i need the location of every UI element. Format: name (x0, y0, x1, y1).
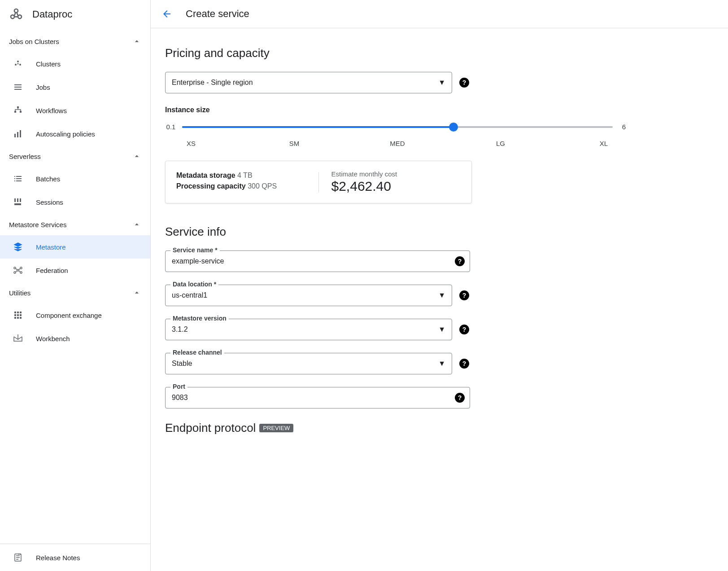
sidebar-item-label: Release Notes (36, 554, 80, 562)
release-channel-help-icon[interactable]: ? (459, 359, 469, 369)
metastore-icon (13, 242, 23, 252)
service-info-heading: Service info (165, 225, 630, 239)
sidebar-item-label: Workbench (36, 335, 70, 343)
svg-rect-11 (17, 132, 18, 137)
svg-rect-29 (17, 317, 19, 319)
sidebar-item-federation[interactable]: Federation (0, 259, 150, 282)
svg-rect-24 (20, 312, 22, 313)
tick-xl: XL (595, 140, 613, 147)
sidebar-item-workflows[interactable]: Workflows (0, 99, 150, 122)
capacity-card: Metadata storage 4 TB Processing capacit… (165, 161, 472, 203)
svg-rect-25 (14, 314, 16, 316)
sidebar-item-autoscaling[interactable]: Autoscaling policies (0, 122, 150, 145)
batches-icon (13, 173, 23, 184)
section-serverless[interactable]: Serverless (0, 145, 150, 167)
sidebar-item-component-exchange[interactable]: Component exchange (0, 303, 150, 327)
section-title: Serverless (9, 153, 41, 160)
section-title: Metastore Services (9, 221, 66, 228)
product-name: Dataproc (32, 9, 72, 20)
port-help-icon[interactable]: ? (455, 393, 465, 403)
dataproc-logo-icon (9, 7, 23, 22)
sidebar-item-label: Clusters (36, 60, 61, 68)
metastore-version-value: 3.1.2 (172, 325, 188, 334)
sidebar-item-sessions[interactable]: Sessions (0, 190, 150, 214)
data-location-field[interactable]: Data location * us-central1 ▼ (165, 285, 452, 306)
sidebar-item-jobs[interactable]: Jobs (0, 75, 150, 99)
svg-rect-13 (14, 198, 16, 202)
pricing-heading: Pricing and capacity (165, 46, 630, 60)
service-name-field[interactable]: Service name * (165, 250, 470, 272)
back-arrow-icon[interactable] (161, 9, 172, 19)
sidebar-footer: Release Notes (0, 544, 150, 571)
tick-med: MED (388, 140, 406, 147)
svg-point-19 (20, 267, 22, 269)
service-name-help-icon[interactable]: ? (455, 256, 465, 266)
sidebar-item-label: Sessions (36, 198, 63, 206)
tier-select-field[interactable]: Enterprise - Single region ▼ (165, 72, 452, 93)
section-metastore-services[interactable]: Metastore Services (0, 214, 150, 235)
chevron-up-icon (132, 152, 141, 161)
svg-rect-15 (20, 198, 21, 202)
chevron-up-icon (132, 37, 141, 46)
jobs-icon (13, 82, 23, 92)
svg-point-6 (17, 63, 19, 65)
preview-badge: PREVIEW (259, 424, 293, 432)
sidebar-item-label: Component exchange (36, 312, 102, 319)
endpoint-heading: Endpoint protocol (165, 421, 256, 435)
main-header: Create service (151, 0, 728, 28)
instance-size-slider[interactable] (182, 126, 613, 128)
federation-icon (13, 265, 23, 276)
chevron-up-icon (132, 288, 141, 297)
sidebar-header: Dataproc (0, 0, 150, 31)
svg-rect-23 (17, 312, 19, 313)
sidebar-item-workbench[interactable]: Workbench (0, 327, 150, 350)
grid-icon (13, 310, 23, 321)
svg-rect-30 (20, 317, 22, 319)
port-field[interactable]: Port (165, 387, 470, 408)
svg-rect-7 (17, 106, 19, 108)
slider-ticks: XS SM MED LG XL (165, 140, 630, 147)
svg-rect-16 (14, 203, 21, 205)
svg-rect-10 (14, 134, 16, 137)
section-utilities[interactable]: Utilities (0, 282, 150, 303)
page-title: Create service (186, 8, 249, 20)
sidebar-item-label: Autoscaling policies (36, 130, 95, 138)
storage-label: Metadata storage (176, 171, 235, 179)
tier-help-icon[interactable]: ? (459, 78, 469, 88)
svg-point-0 (11, 15, 14, 18)
divider (318, 172, 319, 193)
release-channel-field[interactable]: Release channel Stable ▼ (165, 353, 452, 374)
chevron-up-icon (132, 220, 141, 229)
port-input[interactable] (172, 394, 463, 402)
sidebar-item-metastore[interactable]: Metastore (0, 235, 150, 259)
svg-point-17 (17, 269, 19, 271)
metastore-version-help-icon[interactable]: ? (459, 325, 469, 334)
svg-point-3 (17, 61, 19, 62)
storage-value: 4 TB (237, 171, 253, 179)
sidebar-item-label: Workflows (36, 107, 67, 114)
section-title: Jobs on Clusters (9, 38, 59, 45)
dropdown-arrow-icon: ▼ (438, 360, 445, 368)
svg-point-4 (15, 64, 17, 66)
processing-value: 300 QPS (248, 182, 277, 190)
release-notes-icon (13, 552, 23, 563)
sidebar-item-batches[interactable]: Batches (0, 167, 150, 190)
section-jobs-on-clusters[interactable]: Jobs on Clusters (0, 31, 150, 52)
cost-label: Estimate monthly cost (331, 170, 461, 178)
svg-point-1 (18, 15, 22, 18)
tick-xs: XS (182, 140, 200, 147)
svg-point-21 (20, 272, 22, 273)
service-name-input[interactable] (172, 257, 463, 265)
data-location-help-icon[interactable]: ? (459, 290, 469, 300)
svg-point-20 (14, 272, 16, 273)
svg-rect-8 (14, 111, 16, 113)
sidebar-item-clusters[interactable]: Clusters (0, 52, 150, 75)
metastore-version-label: Metastore version (170, 315, 229, 322)
data-location-value: us-central1 (172, 291, 207, 299)
sessions-icon (13, 197, 23, 207)
slider-thumb[interactable] (449, 123, 458, 132)
clusters-icon (13, 58, 23, 69)
metastore-version-field[interactable]: Metastore version 3.1.2 ▼ (165, 319, 452, 340)
sidebar-item-release-notes[interactable]: Release Notes (0, 546, 150, 569)
sidebar-item-label: Federation (36, 267, 68, 274)
